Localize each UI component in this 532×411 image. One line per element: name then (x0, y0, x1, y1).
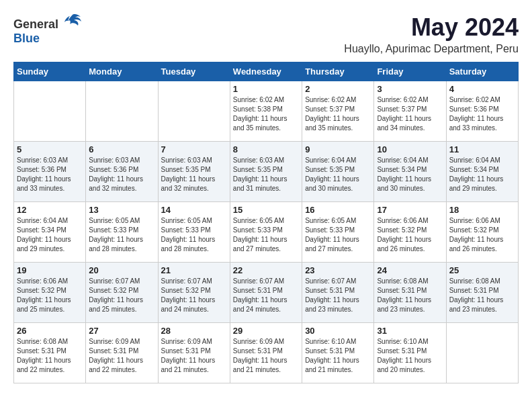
day-number: 22 (233, 265, 299, 275)
calendar-cell: 9Sunrise: 6:04 AM Sunset: 5:35 PM Daylig… (302, 142, 374, 202)
calendar-cell: 16Sunrise: 6:05 AM Sunset: 5:33 PM Dayli… (302, 202, 374, 263)
day-number: 27 (89, 326, 154, 336)
day-number: 25 (449, 265, 515, 275)
title-section: May 2024 Huayllo, Apurimac Department, P… (344, 13, 519, 55)
day-number: 26 (17, 326, 83, 336)
calendar-cell: 29Sunrise: 6:09 AM Sunset: 5:31 PM Dayli… (230, 323, 302, 383)
calendar-cell: 19Sunrise: 6:06 AM Sunset: 5:32 PM Dayli… (14, 263, 86, 323)
day-number: 11 (449, 144, 515, 154)
day-info: Sunrise: 6:06 AM Sunset: 5:32 PM Dayligh… (377, 216, 443, 254)
day-info: Sunrise: 6:04 AM Sunset: 5:34 PM Dayligh… (449, 156, 515, 193)
day-number: 12 (17, 205, 83, 215)
day-number: 30 (305, 326, 371, 336)
calendar-week-5: 26Sunrise: 6:08 AM Sunset: 5:31 PM Dayli… (14, 323, 519, 383)
header-wednesday: Wednesday (230, 62, 302, 81)
day-number: 1 (233, 84, 299, 94)
calendar-cell (14, 81, 86, 142)
day-number: 14 (161, 205, 227, 215)
day-number: 15 (233, 205, 299, 215)
day-info: Sunrise: 6:03 AM Sunset: 5:35 PM Dayligh… (233, 156, 299, 193)
calendar-cell: 31Sunrise: 6:10 AM Sunset: 5:31 PM Dayli… (374, 323, 446, 383)
calendar-cell: 30Sunrise: 6:10 AM Sunset: 5:31 PM Dayli… (302, 323, 374, 383)
calendar-week-4: 19Sunrise: 6:06 AM Sunset: 5:32 PM Dayli… (14, 263, 519, 323)
day-number: 29 (233, 326, 299, 336)
day-number: 13 (89, 205, 154, 215)
day-number: 6 (89, 144, 154, 154)
calendar-cell: 12Sunrise: 6:04 AM Sunset: 5:34 PM Dayli… (14, 202, 86, 263)
header-sunday: Sunday (14, 62, 86, 81)
calendar-cell: 21Sunrise: 6:07 AM Sunset: 5:32 PM Dayli… (158, 263, 230, 323)
calendar-cell (86, 81, 158, 142)
calendar-header-row: SundayMondayTuesdayWednesdayThursdayFrid… (14, 62, 519, 81)
day-info: Sunrise: 6:02 AM Sunset: 5:37 PM Dayligh… (305, 95, 371, 133)
day-info: Sunrise: 6:09 AM Sunset: 5:31 PM Dayligh… (89, 337, 154, 375)
day-number: 4 (449, 84, 515, 94)
calendar-cell: 20Sunrise: 6:07 AM Sunset: 5:32 PM Dayli… (86, 263, 158, 323)
main-title: May 2024 (344, 13, 519, 42)
subtitle: Huayllo, Apurimac Department, Peru (344, 43, 519, 55)
day-info: Sunrise: 6:03 AM Sunset: 5:36 PM Dayligh… (17, 156, 83, 193)
day-number: 17 (377, 205, 443, 215)
day-info: Sunrise: 6:02 AM Sunset: 5:38 PM Dayligh… (233, 95, 299, 133)
calendar-cell: 4Sunrise: 6:02 AM Sunset: 5:36 PM Daylig… (446, 81, 518, 142)
day-number: 10 (377, 144, 443, 154)
day-info: Sunrise: 6:05 AM Sunset: 5:33 PM Dayligh… (233, 216, 299, 254)
day-info: Sunrise: 6:03 AM Sunset: 5:36 PM Dayligh… (89, 156, 154, 193)
day-info: Sunrise: 6:07 AM Sunset: 5:32 PM Dayligh… (89, 277, 154, 314)
logo-text: General Blue (13, 13, 82, 46)
calendar-cell: 13Sunrise: 6:05 AM Sunset: 5:33 PM Dayli… (86, 202, 158, 263)
day-info: Sunrise: 6:04 AM Sunset: 5:34 PM Dayligh… (377, 156, 443, 193)
calendar-table: SundayMondayTuesdayWednesdayThursdayFrid… (13, 62, 519, 383)
day-info: Sunrise: 6:08 AM Sunset: 5:31 PM Dayligh… (449, 277, 515, 314)
calendar-cell: 24Sunrise: 6:08 AM Sunset: 5:31 PM Dayli… (374, 263, 446, 323)
calendar-cell: 15Sunrise: 6:05 AM Sunset: 5:33 PM Dayli… (230, 202, 302, 263)
day-number: 31 (377, 326, 443, 336)
day-number: 3 (377, 84, 443, 94)
day-number: 9 (305, 144, 371, 154)
calendar-cell: 26Sunrise: 6:08 AM Sunset: 5:31 PM Dayli… (14, 323, 86, 383)
header-tuesday: Tuesday (158, 62, 230, 81)
header-friday: Friday (374, 62, 446, 81)
day-info: Sunrise: 6:06 AM Sunset: 5:32 PM Dayligh… (449, 216, 515, 254)
logo-blue: Blue (13, 32, 40, 45)
day-info: Sunrise: 6:04 AM Sunset: 5:34 PM Dayligh… (17, 216, 83, 254)
header-saturday: Saturday (446, 62, 518, 81)
day-info: Sunrise: 6:03 AM Sunset: 5:35 PM Dayligh… (161, 156, 227, 193)
day-number: 8 (233, 144, 299, 154)
logo-bird-icon (63, 13, 82, 28)
day-number: 7 (161, 144, 227, 154)
day-number: 16 (305, 205, 371, 215)
calendar-cell: 7Sunrise: 6:03 AM Sunset: 5:35 PM Daylig… (158, 142, 230, 202)
calendar-week-2: 5Sunrise: 6:03 AM Sunset: 5:36 PM Daylig… (14, 142, 519, 202)
day-number: 18 (449, 205, 515, 215)
calendar-cell: 17Sunrise: 6:06 AM Sunset: 5:32 PM Dayli… (374, 202, 446, 263)
day-info: Sunrise: 6:10 AM Sunset: 5:31 PM Dayligh… (305, 337, 371, 375)
day-info: Sunrise: 6:06 AM Sunset: 5:32 PM Dayligh… (17, 277, 83, 314)
day-info: Sunrise: 6:02 AM Sunset: 5:36 PM Dayligh… (449, 95, 515, 133)
day-number: 24 (377, 265, 443, 275)
day-info: Sunrise: 6:04 AM Sunset: 5:35 PM Dayligh… (305, 156, 371, 193)
calendar-cell: 22Sunrise: 6:07 AM Sunset: 5:31 PM Dayli… (230, 263, 302, 323)
calendar-cell: 6Sunrise: 6:03 AM Sunset: 5:36 PM Daylig… (86, 142, 158, 202)
calendar-cell: 8Sunrise: 6:03 AM Sunset: 5:35 PM Daylig… (230, 142, 302, 202)
header-monday: Monday (86, 62, 158, 81)
day-info: Sunrise: 6:02 AM Sunset: 5:37 PM Dayligh… (377, 95, 443, 133)
day-info: Sunrise: 6:05 AM Sunset: 5:33 PM Dayligh… (161, 216, 227, 254)
day-info: Sunrise: 6:05 AM Sunset: 5:33 PM Dayligh… (305, 216, 371, 254)
calendar-cell (158, 81, 230, 142)
calendar-cell: 18Sunrise: 6:06 AM Sunset: 5:32 PM Dayli… (446, 202, 518, 263)
header-thursday: Thursday (302, 62, 374, 81)
calendar-cell: 1Sunrise: 6:02 AM Sunset: 5:38 PM Daylig… (230, 81, 302, 142)
day-info: Sunrise: 6:08 AM Sunset: 5:31 PM Dayligh… (377, 277, 443, 314)
logo-general: General (13, 17, 58, 31)
day-number: 2 (305, 84, 371, 94)
calendar-cell: 25Sunrise: 6:08 AM Sunset: 5:31 PM Dayli… (446, 263, 518, 323)
day-number: 28 (161, 326, 227, 336)
logo: General Blue (13, 13, 82, 46)
calendar-week-3: 12Sunrise: 6:04 AM Sunset: 5:34 PM Dayli… (14, 202, 519, 263)
day-number: 21 (161, 265, 227, 275)
day-info: Sunrise: 6:05 AM Sunset: 5:33 PM Dayligh… (89, 216, 154, 254)
day-info: Sunrise: 6:07 AM Sunset: 5:31 PM Dayligh… (233, 277, 299, 314)
day-info: Sunrise: 6:09 AM Sunset: 5:31 PM Dayligh… (233, 337, 299, 375)
day-number: 20 (89, 265, 154, 275)
